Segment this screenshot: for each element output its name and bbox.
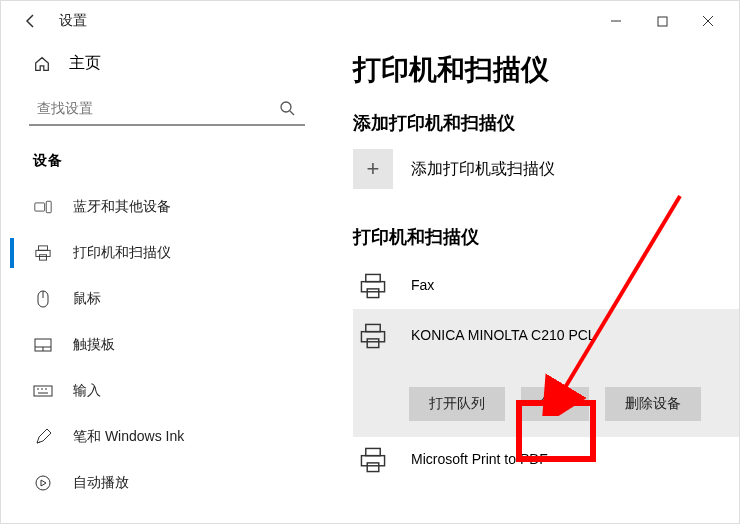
printer-icon (353, 323, 393, 349)
svg-rect-21 (361, 282, 384, 292)
autoplay-icon (33, 475, 53, 491)
manage-button[interactable]: 管理 (521, 387, 589, 421)
edge-strip (1, 41, 11, 523)
list-section-heading: 打印机和扫描仪 (353, 225, 739, 249)
svg-rect-26 (366, 448, 380, 455)
sidebar: 主页 设备 蓝牙和其他设备 (11, 41, 323, 523)
printer-icon (33, 245, 53, 261)
sidebar-item-label: 打印机和扫描仪 (73, 244, 171, 262)
svg-rect-22 (367, 289, 379, 298)
pen-icon (33, 429, 53, 445)
back-button[interactable] (19, 9, 43, 33)
sidebar-item-label: 鼠标 (73, 290, 101, 308)
sidebar-item-label: 输入 (73, 382, 101, 400)
search-input[interactable] (29, 92, 305, 126)
svg-line-3 (290, 111, 294, 115)
category-header: 设备 (11, 130, 323, 184)
sidebar-item-pen[interactable]: 笔和 Windows Ink (11, 414, 323, 460)
home-label: 主页 (69, 53, 101, 74)
svg-rect-24 (361, 332, 384, 342)
printer-item-selected[interactable]: KONICA MINOLTA C210 PCL 打开队列 管理 删除设备 (353, 309, 739, 437)
sidebar-item-label: 自动播放 (73, 474, 129, 492)
keyboard-icon (33, 385, 53, 397)
sidebar-item-label: 触摸板 (73, 336, 115, 354)
plus-icon: + (353, 149, 393, 189)
home-icon (33, 55, 51, 73)
minimize-button[interactable] (593, 5, 639, 37)
remove-device-button[interactable]: 删除设备 (605, 387, 701, 421)
sidebar-item-typing[interactable]: 输入 (11, 368, 323, 414)
svg-rect-20 (366, 274, 380, 281)
sidebar-item-bluetooth[interactable]: 蓝牙和其他设备 (11, 184, 323, 230)
svg-rect-28 (367, 463, 379, 472)
sidebar-item-label: 笔和 Windows Ink (73, 428, 184, 446)
printer-icon (353, 447, 393, 473)
printer-item[interactable]: Fax (353, 263, 739, 309)
printer-icon (353, 273, 393, 299)
add-printer-row[interactable]: + 添加打印机或扫描仪 (353, 149, 739, 189)
search-icon (279, 100, 295, 116)
svg-rect-25 (367, 339, 379, 348)
sidebar-item-label: 蓝牙和其他设备 (73, 198, 171, 216)
sidebar-item-autoplay[interactable]: 自动播放 (11, 460, 323, 506)
svg-rect-8 (39, 255, 46, 260)
home-link[interactable]: 主页 (11, 41, 323, 92)
printer-name: Fax (411, 273, 434, 293)
svg-rect-27 (361, 456, 384, 466)
add-section-heading: 添加打印机和扫描仪 (353, 111, 739, 135)
svg-rect-1 (658, 17, 667, 26)
mouse-icon (33, 290, 53, 308)
printer-name: KONICA MINOLTA C210 PCL (411, 323, 596, 343)
svg-rect-14 (34, 386, 52, 396)
svg-rect-6 (39, 246, 48, 250)
sidebar-item-printers[interactable]: 打印机和扫描仪 (11, 230, 323, 276)
sidebar-item-mouse[interactable]: 鼠标 (11, 276, 323, 322)
maximize-button[interactable] (639, 5, 685, 37)
touchpad-icon (33, 338, 53, 352)
open-queue-button[interactable]: 打开队列 (409, 387, 505, 421)
sidebar-item-touchpad[interactable]: 触摸板 (11, 322, 323, 368)
svg-point-2 (281, 102, 291, 112)
printer-item[interactable]: Microsoft Print to PDF (353, 437, 739, 483)
svg-rect-23 (366, 324, 380, 331)
main-panel: 打印机和扫描仪 添加打印机和扫描仪 + 添加打印机或扫描仪 打印机和扫描仪 Fa… (323, 41, 739, 523)
svg-rect-7 (36, 250, 50, 256)
svg-point-19 (36, 476, 50, 490)
close-button[interactable] (685, 5, 731, 37)
page-title: 打印机和扫描仪 (353, 51, 739, 89)
svg-rect-5 (46, 201, 51, 212)
svg-rect-4 (35, 203, 45, 211)
titlebar: 设置 (1, 1, 739, 41)
add-printer-label: 添加打印机或扫描仪 (411, 159, 555, 180)
bluetooth-devices-icon (33, 200, 53, 214)
window-title: 设置 (59, 12, 593, 30)
printer-name: Microsoft Print to PDF (411, 447, 548, 467)
